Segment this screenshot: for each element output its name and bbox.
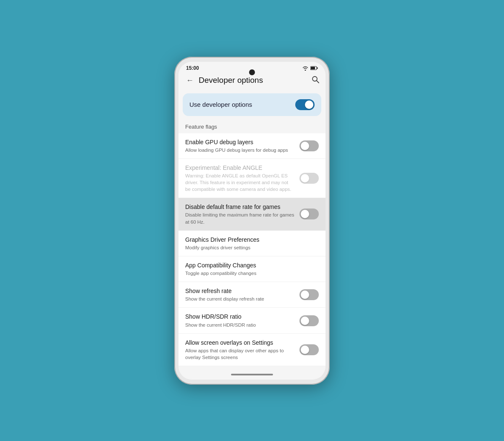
- page-title: Developer options: [199, 76, 308, 85]
- svg-point-3: [312, 77, 317, 81]
- setting-item-graphics-driver[interactable]: Graphics Driver Preferences Modify graph…: [178, 231, 326, 256]
- setting-text-graphics-driver: Graphics Driver Preferences Modify graph…: [185, 236, 319, 251]
- setting-item-angle[interactable]: Experimental: Enable ANGLE Warning: Enab…: [178, 159, 326, 198]
- top-bar: ← Developer options: [178, 73, 326, 90]
- setting-desc-graphics-driver: Modify graphics driver settings: [185, 244, 314, 251]
- toggle-frame-rate[interactable]: [299, 209, 319, 219]
- setting-desc-frame-rate: Disable limiting the maximum frame rate …: [185, 211, 294, 225]
- setting-title-app-compat: App Compatibility Changes: [185, 261, 314, 269]
- toggle-gpu-debug[interactable]: [299, 140, 319, 151]
- setting-text-frame-rate: Disable default frame rate for games Dis…: [185, 203, 299, 225]
- setting-desc-refresh-rate: Show the current display refresh rate: [185, 296, 294, 302]
- setting-title-hdr-sdr: Show HDR/SDR ratio: [185, 313, 294, 320]
- setting-desc-hdr-sdr: Show the current HDR/SDR ratio: [185, 322, 294, 328]
- setting-item-hdr-sdr[interactable]: Show HDR/SDR ratio Show the current HDR/…: [178, 308, 326, 333]
- setting-title-screen-overlays: Allow screen overlays on Settings: [185, 339, 294, 346]
- toggle-angle[interactable]: [299, 173, 319, 184]
- setting-title-refresh-rate: Show refresh rate: [185, 287, 294, 295]
- setting-item-frame-rate[interactable]: Disable default frame rate for games Dis…: [178, 198, 326, 230]
- content-scroll[interactable]: Use developer options Feature flags Enab…: [178, 90, 326, 370]
- setting-text-screen-overlays: Allow screen overlays on Settings Allow …: [185, 339, 299, 361]
- setting-item-gpu-debug[interactable]: Enable GPU debug layers Allow loading GP…: [178, 133, 326, 159]
- setting-text-gpu-debug: Enable GPU debug layers Allow loading GP…: [185, 138, 299, 153]
- bottom-spacer: [178, 366, 326, 370]
- dev-toggle-card[interactable]: Use developer options: [183, 93, 321, 116]
- svg-rect-2: [317, 67, 318, 69]
- setting-item-app-compat[interactable]: App Compatibility Changes Toggle app com…: [178, 256, 326, 282]
- setting-text-angle: Experimental: Enable ANGLE Warning: Enab…: [185, 164, 299, 193]
- battery-icon: [310, 66, 318, 71]
- svg-line-4: [317, 81, 319, 83]
- setting-desc-app-compat: Toggle app compatibility changes: [185, 270, 314, 277]
- dev-toggle-label: Use developer options: [189, 101, 252, 108]
- status-camera: [249, 69, 255, 75]
- toggle-hdr-sdr[interactable]: [299, 315, 319, 326]
- setting-item-screen-overlays[interactable]: Allow screen overlays on Settings Allow …: [178, 334, 326, 366]
- wifi-icon: [302, 66, 309, 71]
- phone-frame: 15:00 ← Developer options: [174, 57, 330, 385]
- toggle-screen-overlays[interactable]: [299, 344, 319, 355]
- toggle-refresh-rate[interactable]: [299, 289, 319, 300]
- svg-rect-1: [311, 67, 315, 69]
- nav-pill: [231, 374, 273, 375]
- setting-title-graphics-driver: Graphics Driver Preferences: [185, 236, 314, 243]
- setting-desc-angle: Warning: Enable ANGLE as default OpenGL …: [185, 172, 294, 193]
- search-icon: [311, 75, 320, 84]
- setting-title-gpu-debug: Enable GPU debug layers: [185, 138, 294, 146]
- setting-text-app-compat: App Compatibility Changes Toggle app com…: [185, 261, 319, 277]
- search-button[interactable]: [311, 75, 320, 86]
- setting-title-angle: Experimental: Enable ANGLE: [185, 164, 294, 172]
- status-time: 15:00: [186, 65, 199, 71]
- setting-text-hdr-sdr: Show HDR/SDR ratio Show the current HDR/…: [185, 313, 299, 328]
- setting-item-refresh-rate[interactable]: Show refresh rate Show the current displ…: [178, 282, 326, 308]
- dev-toggle-switch[interactable]: [295, 99, 315, 110]
- setting-text-refresh-rate: Show refresh rate Show the current displ…: [185, 287, 299, 302]
- nav-bar: [178, 370, 326, 380]
- section-header-feature-flags: Feature flags: [178, 121, 326, 133]
- phone-screen: 15:00 ← Developer options: [178, 62, 326, 380]
- setting-desc-screen-overlays: Allow apps that can display over other a…: [185, 347, 294, 361]
- setting-desc-gpu-debug: Allow loading GPU debug layers for debug…: [185, 147, 294, 153]
- setting-title-frame-rate: Disable default frame rate for games: [185, 203, 294, 211]
- back-button[interactable]: ←: [184, 75, 195, 86]
- status-icons: [302, 66, 318, 71]
- status-bar: 15:00: [178, 62, 326, 73]
